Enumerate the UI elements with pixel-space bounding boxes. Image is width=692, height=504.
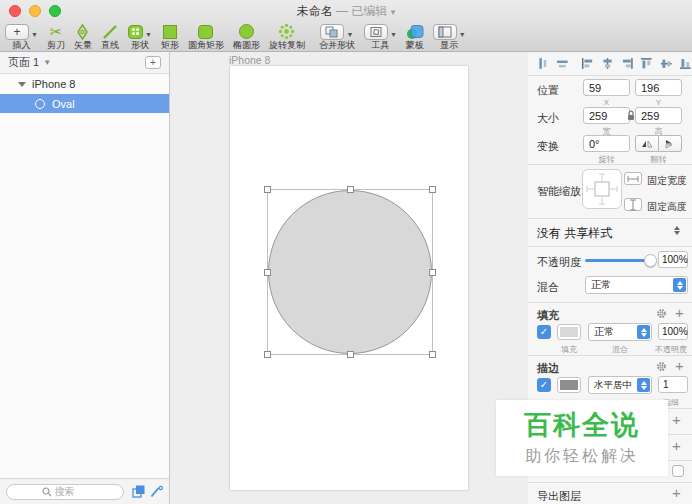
filter-paths-icon[interactable] <box>150 485 163 498</box>
fill-blend-dropdown[interactable]: 正常 <box>588 323 652 341</box>
rotate-copy-button[interactable]: 旋转复制 <box>269 23 305 50</box>
watermark-title: 百科全说 <box>524 407 640 443</box>
sidebar-item-oval-selected[interactable]: Oval <box>0 94 169 113</box>
blend-label: 混合 <box>537 280 559 295</box>
export-header: 导出图层 <box>537 489 581 504</box>
view-panels-icon <box>433 24 457 40</box>
align-right-icon[interactable] <box>621 57 634 70</box>
chevron-down-icon: ▼ <box>43 58 51 67</box>
search-field[interactable] <box>6 484 124 500</box>
fill-color-swatch[interactable] <box>557 324 581 340</box>
filter-artboards-icon[interactable] <box>132 485 145 498</box>
border-thickness-input[interactable]: 1 <box>658 376 688 393</box>
insert-button[interactable]: +▼ 插入 <box>5 23 38 50</box>
align-middle-vertical-icon[interactable] <box>660 57 673 70</box>
y-input[interactable]: 196 <box>635 79 682 96</box>
gear-icon[interactable] <box>656 308 667 319</box>
distribute-vertical-icon[interactable] <box>556 57 569 70</box>
opacity-input[interactable]: 100% <box>658 251 688 268</box>
page-selector[interactable]: 页面 1 ▼ + <box>0 52 169 74</box>
oval-layer-icon <box>35 99 45 109</box>
border-color-swatch[interactable] <box>557 377 581 393</box>
selection-handle[interactable] <box>264 186 271 193</box>
blur-enabled-checkbox[interactable] <box>672 465 684 477</box>
border-position-dropdown[interactable]: 水平居中 <box>588 376 652 394</box>
selection-handle[interactable] <box>429 269 436 276</box>
borders-header: 描边 <box>537 361 559 376</box>
toolbar: +▼ 插入 ✂ 剪刀 矢量 直线 ▼ 形状 矩形 圆角矩形 椭圆形 旋转复制 <box>0 22 692 52</box>
chevron-down-icon: ▼ <box>459 31 466 40</box>
smart-resize-label: 智能缩放 <box>537 184 581 199</box>
tools-icon <box>364 24 388 40</box>
height-input[interactable]: 259 <box>635 107 682 124</box>
vector-button[interactable]: 矢量 <box>74 23 92 50</box>
opacity-slider[interactable] <box>585 259 651 262</box>
width-input[interactable]: 259 <box>583 107 630 124</box>
selection-handle[interactable] <box>264 269 271 276</box>
selection-handle[interactable] <box>347 351 354 358</box>
fix-height-icon <box>629 199 637 211</box>
disclosure-triangle-icon[interactable] <box>18 82 26 87</box>
fill-opacity-input[interactable]: 100% <box>658 323 688 340</box>
layers-sidebar: 页面 1 ▼ + iPhone 8 Oval <box>0 52 170 504</box>
titlebar: 未命名 — 已编辑 ▾ <box>0 0 692 22</box>
distribute-horizontal-icon[interactable] <box>536 57 549 70</box>
chevron-down-icon: ▼ <box>145 31 152 40</box>
blend-mode-dropdown[interactable]: 正常 <box>585 276 688 294</box>
plus-icon: + <box>5 24 29 40</box>
pinning-widget[interactable] <box>582 169 622 209</box>
chevron-down-icon: ▼ <box>31 31 38 40</box>
stepper-icon <box>637 325 650 339</box>
shape-button[interactable]: ▼ 形状 <box>128 23 152 50</box>
selection-handle[interactable] <box>264 351 271 358</box>
add-inner-shadow-button[interactable]: + <box>672 439 681 453</box>
selection-handle[interactable] <box>429 186 436 193</box>
fills-header: 填充 <box>537 308 559 323</box>
view-button[interactable]: ▼ 显示 <box>433 23 466 50</box>
flip-vertical-button[interactable] <box>659 135 682 152</box>
window-title: 未命名 — 已编辑 ▾ <box>0 3 692 20</box>
shared-style-selector[interactable]: 没有 共享样式 <box>537 225 612 242</box>
fill-opacity-sublabel: 不透明度 <box>641 344 692 355</box>
mask-button[interactable]: 蒙板 <box>406 23 424 50</box>
rectangle-button[interactable]: 矩形 <box>161 23 179 50</box>
add-border-button[interactable]: + <box>675 359 684 373</box>
flip-horizontal-button[interactable] <box>635 135 659 152</box>
document-title: 未命名 <box>297 4 333 18</box>
combine-shapes-button[interactable]: ▼ 合并形状 <box>319 23 355 50</box>
fix-height-button[interactable] <box>624 198 642 211</box>
selection-handle[interactable] <box>429 351 436 358</box>
line-button[interactable]: 直线 <box>101 23 119 50</box>
rotate-copy-icon <box>278 23 295 40</box>
rounded-rectangle-button[interactable]: 圆角矩形 <box>188 23 224 50</box>
title-menu-chevron-icon[interactable]: ▾ <box>391 7 396 17</box>
x-input[interactable]: 59 <box>583 79 630 96</box>
sidebar-item-artboard[interactable]: iPhone 8 <box>0 74 169 94</box>
fix-width-button[interactable] <box>624 172 642 185</box>
search-input[interactable] <box>55 486 89 497</box>
align-top-icon[interactable] <box>640 57 653 70</box>
tools-button[interactable]: ▼ 工具 <box>364 23 397 50</box>
align-bottom-icon[interactable] <box>679 57 692 70</box>
shared-style-stepper-icon[interactable] <box>674 226 680 235</box>
selection-handle[interactable] <box>347 186 354 193</box>
chevron-down-icon: ▼ <box>346 31 353 40</box>
border-enabled-checkbox[interactable]: ✓ <box>537 378 551 392</box>
align-center-horizontal-icon[interactable] <box>601 57 614 70</box>
gear-icon[interactable] <box>656 361 667 372</box>
oval-tool-button[interactable]: 椭圆形 <box>233 23 260 50</box>
watermark-subtitle: 助你轻松解决 <box>525 446 639 467</box>
canvas[interactable]: iPhone 8 <box>170 52 528 504</box>
opacity-slider-knob[interactable] <box>644 254 657 267</box>
lock-proportions-icon[interactable] <box>627 110 635 121</box>
opacity-label: 不透明度 <box>537 255 581 270</box>
make-exportable-button[interactable]: + <box>672 486 681 500</box>
scissors-button[interactable]: ✂ 剪刀 <box>47 23 65 50</box>
rotation-input[interactable]: 0° <box>583 135 630 152</box>
add-fill-button[interactable]: + <box>675 306 684 320</box>
align-left-icon[interactable] <box>581 57 594 70</box>
add-shadow-button[interactable]: + <box>672 413 681 427</box>
fill-enabled-checkbox[interactable]: ✓ <box>537 325 551 339</box>
add-page-button[interactable]: + <box>145 56 161 69</box>
artboard-label[interactable]: iPhone 8 <box>229 54 270 66</box>
